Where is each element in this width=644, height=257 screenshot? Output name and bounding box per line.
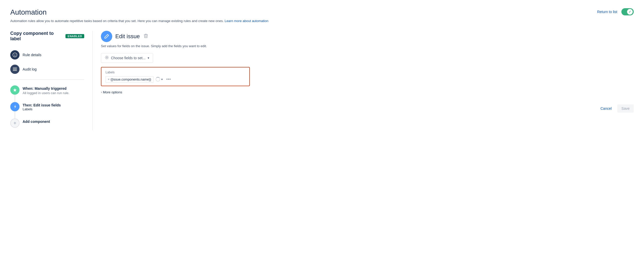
- action-buttons: Cancel Save: [101, 104, 634, 113]
- audit-log-label: Audit log: [23, 67, 36, 71]
- svg-text:i: i: [14, 53, 15, 56]
- page-subtitle: Automation rules allow you to automate r…: [10, 18, 634, 24]
- tag-value: {{issue.components.name}}: [110, 77, 151, 81]
- svg-rect-3: [13, 69, 17, 70]
- save-button[interactable]: Save: [617, 104, 634, 113]
- more-options-button[interactable]: ···: [165, 76, 173, 83]
- trigger-icon: [10, 85, 20, 95]
- info-icon: i: [10, 50, 20, 60]
- sidebar-divider: [10, 80, 84, 80]
- rule-name-row: Copy component to label ENABLED: [10, 31, 84, 42]
- list-icon: [10, 65, 20, 74]
- choose-fields-label: Choose fields to set...: [111, 56, 146, 60]
- edit-issue-title: Edit issue: [115, 33, 140, 40]
- svg-rect-2: [13, 68, 17, 68]
- left-panel: Copy component to label ENABLED i Rule d…: [10, 31, 92, 130]
- loading-spinner: [156, 77, 160, 82]
- automation-toggle[interactable]: ✓: [621, 8, 634, 15]
- gear-icon: [105, 55, 109, 61]
- step-add[interactable]: + Add component: [10, 116, 84, 130]
- step-action[interactable]: Then: Edit issue fields Labels: [10, 100, 84, 114]
- labels-input-row: × {{issue.components.name}} ▾ ···: [106, 76, 245, 83]
- return-to-list-link[interactable]: Return to list: [597, 10, 617, 14]
- edit-issue-header: Edit issue: [101, 31, 634, 42]
- tag-item: × {{issue.components.name}}: [106, 76, 154, 83]
- svg-rect-4: [13, 70, 17, 71]
- labels-title: Labels: [106, 71, 245, 74]
- step-trigger[interactable]: When: Manually triggered All logged in u…: [10, 83, 84, 97]
- add-icon: +: [10, 118, 20, 128]
- sidebar-item-audit-log[interactable]: Audit log: [10, 62, 84, 76]
- learn-more-link[interactable]: Learn more about automation: [225, 19, 269, 23]
- trigger-content: When: Manually triggered All logged in u…: [23, 85, 69, 95]
- edit-icon: [101, 31, 112, 42]
- edit-description: Set values for fields on the issue. Simp…: [101, 44, 634, 48]
- page-title: Automation: [10, 8, 47, 16]
- trigger-title: When: Manually triggered: [23, 86, 69, 91]
- labels-box: Labels × {{issue.components.name}} ▾ ···: [101, 67, 250, 86]
- more-options-label: More options: [103, 90, 122, 94]
- sidebar-item-rule-details[interactable]: i Rule details: [10, 48, 84, 62]
- action-icon: [10, 102, 20, 111]
- toggle-check-icon: ✓: [629, 10, 631, 14]
- action-sub-info: Labels: [23, 107, 61, 111]
- labels-controls: ▾: [156, 77, 163, 82]
- add-label: Add component: [23, 120, 50, 124]
- labels-chevron-icon[interactable]: ▾: [161, 78, 163, 81]
- chevron-right-icon: ›: [101, 91, 102, 94]
- action-title: Then: Edit issue fields: [23, 103, 61, 107]
- enabled-badge: ENABLED: [65, 34, 84, 38]
- steps-section: When: Manually triggered All logged in u…: [10, 83, 84, 130]
- add-content: Add component: [23, 118, 50, 124]
- rule-details-label: Rule details: [23, 53, 41, 57]
- cancel-button[interactable]: Cancel: [597, 104, 615, 113]
- trigger-subtitle: All logged in users can run rule.: [23, 91, 69, 95]
- right-panel: Edit issue Set values for fields on the …: [92, 31, 634, 130]
- more-options-link[interactable]: › More options: [101, 90, 634, 94]
- rule-name: Copy component to label: [10, 31, 62, 42]
- trash-icon[interactable]: [144, 34, 148, 39]
- chevron-down-icon: ▾: [148, 56, 149, 60]
- tag-close-icon[interactable]: ×: [108, 78, 109, 81]
- choose-fields-button[interactable]: Choose fields to set... ▾: [101, 53, 153, 63]
- action-content: Then: Edit issue fields Labels: [23, 102, 61, 111]
- svg-point-5: [106, 57, 108, 58]
